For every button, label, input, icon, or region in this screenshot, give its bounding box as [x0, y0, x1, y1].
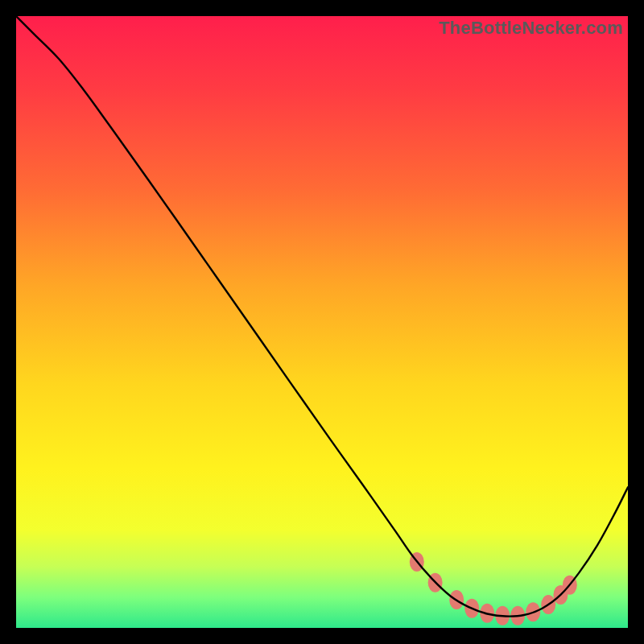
chart-svg — [16, 16, 628, 628]
chart-frame: TheBottleNecker.com — [16, 16, 628, 628]
plot-area: TheBottleNecker.com — [16, 16, 628, 628]
watermark-text: TheBottleNecker.com — [439, 18, 623, 39]
chart-background — [16, 16, 628, 628]
